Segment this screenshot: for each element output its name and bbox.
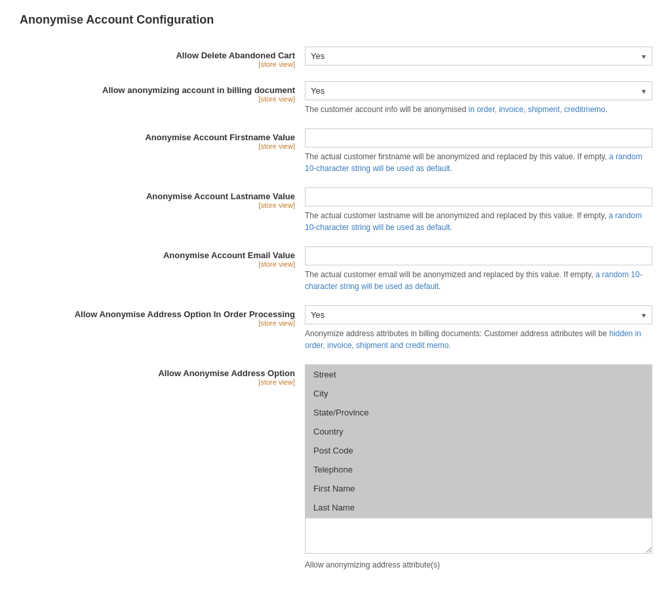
store-view-label-allow_anonymise_address_order: [store view]	[20, 319, 295, 327]
store-view-label-anonymise_firstname: [store view]	[20, 142, 295, 150]
form-row-allow_anonymise_address_option: Allow Anonymise Address Option[store vie…	[20, 364, 652, 571]
form-row-allow_anonymizing_billing: Allow anonymizing account in billing doc…	[20, 81, 652, 115]
field-label-allow_anonymizing_billing: Allow anonymizing account in billing doc…	[20, 85, 295, 95]
multiselect-item-country[interactable]: Country	[306, 422, 652, 441]
store-view-label-anonymise_lastname: [store view]	[20, 201, 295, 209]
store-view-label-allow_anonymise_address_option: [store view]	[20, 378, 295, 386]
form-row-anonymise_lastname: Anonymise Account Lastname Value[store v…	[20, 187, 652, 233]
multiselect-item-street[interactable]: Street	[306, 365, 652, 384]
field-label-anonymise_firstname: Anonymise Account Firstname Value	[20, 132, 295, 142]
store-view-label-allow_anonymizing_billing: [store view]	[20, 95, 295, 103]
multiselect-item-post-code[interactable]: Post Code	[306, 441, 652, 460]
multiselect-item-telephone[interactable]: Telephone	[306, 460, 652, 479]
text-input-anonymise_firstname[interactable]	[305, 128, 652, 147]
field-label-allow_delete_abandoned_cart: Allow Delete Abandoned Cart	[20, 50, 295, 60]
select-wrapper-allow_anonymise_address_order: YesNo	[305, 305, 652, 324]
text-input-anonymise_lastname[interactable]	[305, 187, 652, 206]
multiselect-container-allow_anonymise_address_option: StreetCityState/ProvinceCountryPost Code…	[305, 364, 652, 518]
form-row-anonymise_email: Anonymise Account Email Value[store view…	[20, 246, 652, 292]
select-allow_anonymise_address_order[interactable]: YesNo	[305, 305, 652, 324]
select-allow_delete_abandoned_cart[interactable]: YesNo	[305, 47, 652, 66]
helper-text-allow_anonymizing_billing: The customer account info will be anonym…	[305, 104, 652, 115]
textarea-allow_anonymise_address_option[interactable]	[305, 518, 652, 554]
helper-text-allow_anonymise_address_option: Allow anonymizing address attribute(s)	[305, 559, 652, 571]
form-row-allow_anonymise_address_order: Allow Anonymise Address Option In Order …	[20, 305, 652, 351]
helper-text-anonymise_lastname: The actual customer lastname will be ano…	[305, 210, 652, 233]
helper-text-anonymise_email: The actual customer email will be anonym…	[305, 269, 652, 292]
select-allow_anonymizing_billing[interactable]: YesNo	[305, 81, 652, 100]
multiselect-item-state/province[interactable]: State/Province	[306, 403, 652, 422]
store-view-label-allow_delete_abandoned_cart: [store view]	[20, 60, 295, 68]
multiselect-item-first-name[interactable]: First Name	[306, 479, 652, 498]
multiselect-item-city[interactable]: City	[306, 384, 652, 403]
field-label-anonymise_lastname: Anonymise Account Lastname Value	[20, 191, 295, 201]
form-row-allow_delete_abandoned_cart: Allow Delete Abandoned Cart[store view]Y…	[20, 47, 652, 68]
helper-text-anonymise_firstname: The actual customer firstname will be an…	[305, 151, 652, 174]
store-view-label-anonymise_email: [store view]	[20, 260, 295, 268]
helper-text-allow_anonymise_address_order: Anonymize address attributes in billing …	[305, 328, 652, 351]
text-input-anonymise_email[interactable]	[305, 246, 652, 265]
form-row-anonymise_firstname: Anonymise Account Firstname Value[store …	[20, 128, 652, 174]
multiselect-item-last-name[interactable]: Last Name	[306, 498, 652, 517]
select-wrapper-allow_delete_abandoned_cart: YesNo	[305, 47, 652, 66]
select-wrapper-allow_anonymizing_billing: YesNo	[305, 81, 652, 100]
field-label-allow_anonymise_address_order: Allow Anonymise Address Option In Order …	[20, 309, 295, 319]
page-title: Anonymise Account Configuration	[20, 13, 652, 27]
field-label-anonymise_email: Anonymise Account Email Value	[20, 250, 295, 260]
field-label-allow_anonymise_address_option: Allow Anonymise Address Option	[20, 368, 295, 378]
